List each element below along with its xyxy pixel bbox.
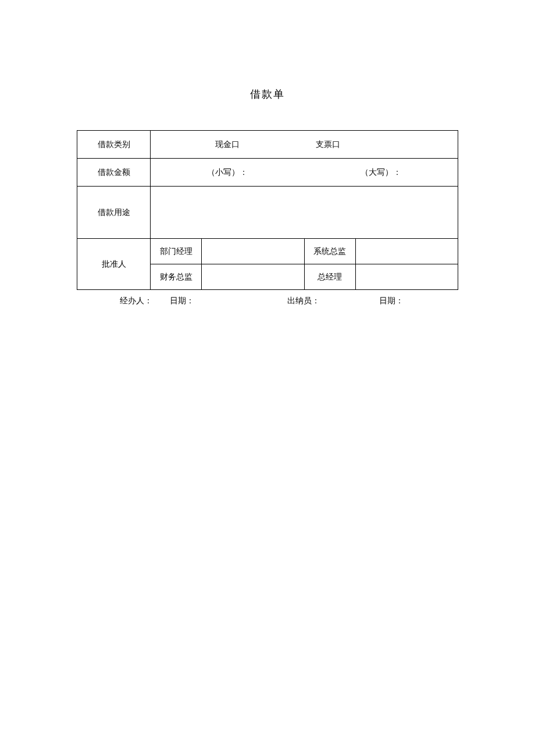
row-loan-type: 借款类别 现金口 支票口 [77,131,458,159]
option-check-label: 支票口 [316,140,340,149]
field-finance-director[interactable] [202,264,304,290]
option-cash[interactable]: 现金口 [151,139,304,150]
footer-date-1: 日期： [158,296,245,306]
loan-form-table: 借款类别 现金口 支票口 借款金额 （小写）： （大写）： [77,130,458,290]
row-loan-purpose: 借款用途 [77,187,458,239]
field-system-director[interactable] [355,239,458,264]
row-approver-1: 批准人 部门经理 系统总监 [77,239,458,264]
footer-handler: 经办人： [77,296,158,306]
label-loan-amount: 借款金额 [77,159,151,187]
label-loan-type: 借款类别 [77,131,151,159]
label-loan-purpose: 借款用途 [77,187,151,239]
label-finance-director: 财务总监 [151,264,202,290]
type-options-wrapper: 现金口 支票口 [151,139,458,150]
cell-loan-purpose[interactable] [151,187,458,239]
cell-loan-type-options: 现金口 支票口 [151,131,458,159]
label-dept-manager: 部门经理 [151,239,202,264]
field-dept-manager[interactable] [202,239,304,264]
amount-lower-label: （小写）： [151,167,304,178]
document-title: 借款单 [0,87,535,101]
amount-upper-label: （大写）： [304,167,458,178]
option-cash-label: 现金口 [215,140,240,149]
row-loan-amount: 借款金额 （小写）： （大写）： [77,159,458,187]
amount-wrapper: （小写）： （大写）： [151,167,458,178]
field-general-manager[interactable] [355,264,458,290]
cell-loan-amount: （小写）： （大写）： [151,159,458,187]
footer-signature-row: 经办人： 日期： 出纳员： 日期： [77,296,458,306]
page-container: 借款单 借款类别 现金口 支票口 借款金额 （小写）： （大写）： [0,87,535,306]
footer-cashier: 出纳员： [245,296,362,306]
option-check[interactable]: 支票口 [304,139,458,150]
label-general-manager: 总经理 [304,264,355,290]
label-system-director: 系统总监 [304,239,355,264]
label-approver: 批准人 [77,239,151,290]
footer-date-2: 日期： [362,296,458,306]
